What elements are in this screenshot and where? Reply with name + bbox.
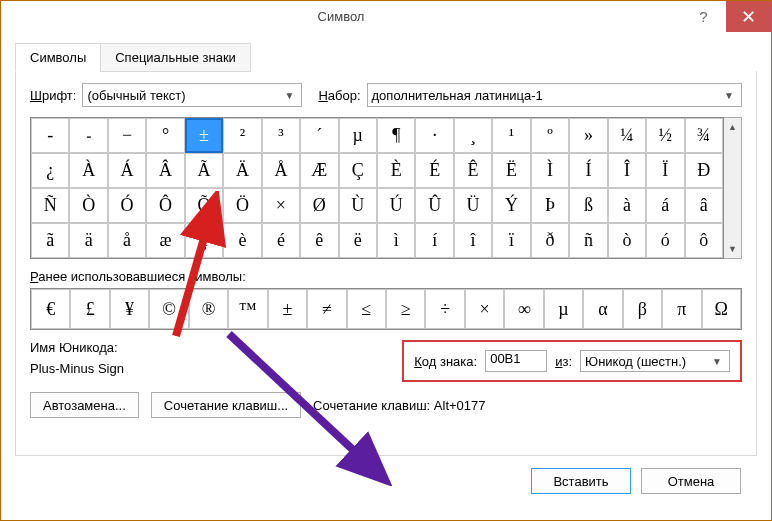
grid-cell[interactable]: µ (339, 118, 377, 153)
recent-cell[interactable]: £ (70, 289, 109, 329)
recent-cell[interactable]: € (31, 289, 70, 329)
grid-cell[interactable]: ˗ (69, 118, 107, 153)
cancel-button[interactable]: Отмена (641, 468, 741, 494)
recent-cell[interactable]: ≤ (347, 289, 386, 329)
grid-cell[interactable]: á (646, 188, 684, 223)
recent-cell[interactable]: ± (268, 289, 307, 329)
shortcut-button[interactable]: Сочетание клавиш... (151, 392, 301, 418)
grid-cell[interactable]: − (108, 118, 146, 153)
autocorrect-button[interactable]: Автозамена... (30, 392, 139, 418)
grid-cell[interactable]: ´ (300, 118, 338, 153)
grid-cell[interactable]: Ñ (31, 188, 69, 223)
code-input[interactable]: 00B1 (485, 350, 547, 372)
grid-cell[interactable]: à (608, 188, 646, 223)
insert-button[interactable]: Вставить (531, 468, 631, 494)
grid-cell[interactable]: Ô (146, 188, 184, 223)
grid-cell[interactable]: ½ (646, 118, 684, 153)
grid-cell[interactable]: Õ (185, 188, 223, 223)
grid-cell[interactable]: è (223, 223, 261, 258)
grid-cell[interactable]: ï (492, 223, 530, 258)
grid-cell[interactable]: É (415, 153, 453, 188)
grid-cell[interactable]: Ï (646, 153, 684, 188)
grid-cell[interactable]: ¶ (377, 118, 415, 153)
grid-cell[interactable]: Í (569, 153, 607, 188)
grid-cell[interactable]: Ã (185, 153, 223, 188)
scroll-up-icon[interactable]: ▲ (724, 118, 741, 136)
grid-cell[interactable]: æ (146, 223, 184, 258)
grid-cell[interactable]: ¹ (492, 118, 530, 153)
grid-cell[interactable]: ç (185, 223, 223, 258)
symbol-grid[interactable]: -˗−°±²³´µ¶·¸¹º»¼½¾¿ÀÁÂÃÄÅÆÇÈÉÊËÌÍÎÏÐÑÒÓÔ… (30, 117, 724, 259)
subset-select[interactable]: дополнительная латиница-1 ▼ (367, 83, 742, 107)
grid-scrollbar[interactable]: ▲ ▼ (724, 117, 742, 259)
close-button[interactable]: ✕ (726, 1, 771, 32)
grid-cell[interactable]: È (377, 153, 415, 188)
grid-cell[interactable]: å (108, 223, 146, 258)
recent-cell[interactable]: µ (544, 289, 583, 329)
recent-cell[interactable]: ≠ (307, 289, 346, 329)
recent-cell[interactable]: × (465, 289, 504, 329)
grid-cell[interactable]: ² (223, 118, 261, 153)
recent-cell[interactable]: Ω (702, 289, 741, 329)
recent-cell[interactable]: α (583, 289, 622, 329)
grid-cell[interactable]: Á (108, 153, 146, 188)
grid-cell[interactable]: ó (646, 223, 684, 258)
grid-cell[interactable]: Ä (223, 153, 261, 188)
tab-symbols[interactable]: Символы (15, 43, 101, 72)
grid-cell[interactable]: Û (415, 188, 453, 223)
grid-cell[interactable]: Æ (300, 153, 338, 188)
grid-cell[interactable]: ò (608, 223, 646, 258)
grid-cell[interactable]: Ø (300, 188, 338, 223)
grid-cell[interactable]: Ð (685, 153, 723, 188)
grid-cell[interactable]: - (31, 118, 69, 153)
grid-cell[interactable]: º (531, 118, 569, 153)
grid-cell[interactable]: ¾ (685, 118, 723, 153)
grid-cell[interactable]: Î (608, 153, 646, 188)
grid-cell[interactable]: Ì (531, 153, 569, 188)
tab-special[interactable]: Специальные знаки (100, 43, 251, 72)
grid-cell[interactable]: À (69, 153, 107, 188)
grid-cell[interactable]: ä (69, 223, 107, 258)
recent-cell[interactable]: π (662, 289, 701, 329)
help-button[interactable]: ? (681, 1, 726, 32)
grid-cell[interactable]: ± (185, 118, 223, 153)
grid-cell[interactable]: Ý (492, 188, 530, 223)
grid-cell[interactable]: ô (685, 223, 723, 258)
grid-cell[interactable]: Ë (492, 153, 530, 188)
grid-cell[interactable]: ¿ (31, 153, 69, 188)
scroll-track[interactable] (724, 136, 741, 240)
grid-cell[interactable]: Ü (454, 188, 492, 223)
grid-cell[interactable]: ¸ (454, 118, 492, 153)
grid-cell[interactable]: ê (300, 223, 338, 258)
recent-cell[interactable]: ÷ (425, 289, 464, 329)
grid-cell[interactable]: Ç (339, 153, 377, 188)
grid-cell[interactable]: í (415, 223, 453, 258)
grid-cell[interactable]: Ö (223, 188, 261, 223)
recent-cell[interactable]: ∞ (504, 289, 543, 329)
recent-cell[interactable]: β (623, 289, 662, 329)
grid-cell[interactable]: ¼ (608, 118, 646, 153)
recent-cell[interactable]: ™ (228, 289, 267, 329)
recent-cell[interactable]: ≥ (386, 289, 425, 329)
font-select[interactable]: (обычный текст) ▼ (82, 83, 302, 107)
from-select[interactable]: Юникод (шестн.) ▼ (580, 350, 730, 372)
grid-cell[interactable]: Ó (108, 188, 146, 223)
grid-cell[interactable]: × (262, 188, 300, 223)
scroll-down-icon[interactable]: ▼ (724, 240, 741, 258)
recent-cell[interactable]: ® (189, 289, 228, 329)
grid-cell[interactable]: ã (31, 223, 69, 258)
grid-cell[interactable]: Ò (69, 188, 107, 223)
grid-cell[interactable]: Ù (339, 188, 377, 223)
grid-cell[interactable]: ³ (262, 118, 300, 153)
grid-cell[interactable]: Ú (377, 188, 415, 223)
grid-cell[interactable]: â (685, 188, 723, 223)
grid-cell[interactable]: î (454, 223, 492, 258)
grid-cell[interactable]: ñ (569, 223, 607, 258)
grid-cell[interactable]: Þ (531, 188, 569, 223)
grid-cell[interactable]: » (569, 118, 607, 153)
recent-cell[interactable]: ¥ (110, 289, 149, 329)
grid-cell[interactable]: ß (569, 188, 607, 223)
recent-cell[interactable]: © (149, 289, 188, 329)
grid-cell[interactable]: ° (146, 118, 184, 153)
grid-cell[interactable]: ì (377, 223, 415, 258)
